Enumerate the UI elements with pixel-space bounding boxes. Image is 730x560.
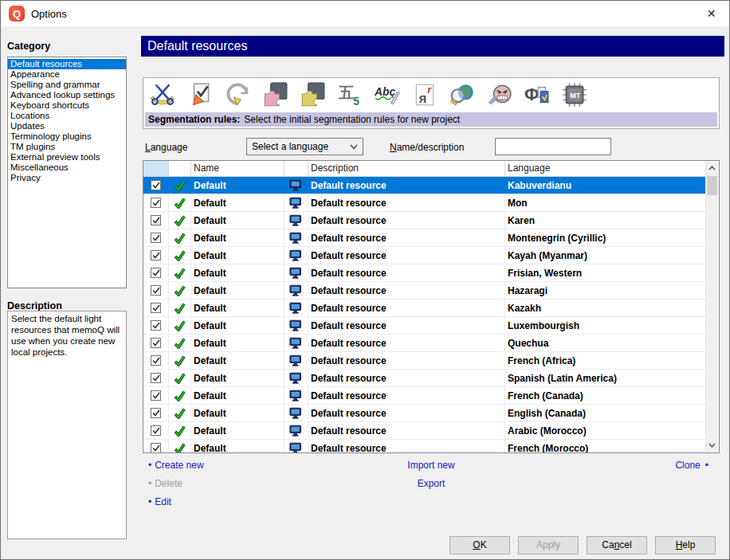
category-list[interactable]: Default resourcesAppearanceSpelling and … (7, 57, 127, 288)
table-row[interactable]: Default Default resource Spanish (Latin … (143, 370, 706, 387)
language-column-header[interactable]: Language (505, 161, 706, 176)
swearword-lists-icon[interactable] (484, 79, 516, 111)
table-row[interactable]: Default Default resource Quechua (143, 335, 706, 352)
row-checkbox[interactable] (143, 264, 169, 281)
table-row[interactable]: Default Default resource English (Canada… (143, 405, 706, 422)
table-row[interactable]: Default Default resource Hazaragi (143, 282, 706, 300)
table-row[interactable]: Default Default resource Frisian, Wester… (143, 264, 706, 282)
enabled-check-icon (169, 352, 191, 369)
category-item[interactable]: TM plugins (8, 142, 126, 152)
checkmark-icon (152, 322, 160, 329)
row-checkbox[interactable] (143, 282, 169, 299)
cancel-button[interactable]: Cancel (587, 536, 647, 554)
row-checkbox[interactable] (143, 229, 169, 246)
table-row[interactable]: Default Default resource French (Morocco… (143, 440, 706, 452)
table-row[interactable]: Default Default resource French (Africa) (143, 352, 706, 370)
row-checkbox[interactable] (143, 370, 169, 386)
category-item[interactable]: Terminology plugins (8, 131, 126, 142)
category-item[interactable]: Privacy (8, 173, 126, 183)
export-link[interactable]: Export (143, 478, 720, 489)
row-checkbox[interactable] (143, 212, 169, 229)
table-row[interactable]: Default Default resource French (Canada) (143, 387, 706, 405)
scroll-up-icon[interactable] (706, 162, 718, 174)
row-checkbox[interactable] (143, 335, 169, 351)
category-item[interactable]: Keyboard shortcuts (8, 100, 126, 111)
resource-name: Default (191, 282, 285, 299)
row-checkbox[interactable] (143, 177, 169, 194)
name-description-input[interactable] (495, 138, 611, 155)
row-checkbox[interactable] (143, 440, 169, 452)
checkbox-column-header[interactable] (143, 161, 169, 176)
web-search-settings-icon[interactable] (446, 79, 478, 111)
table-row[interactable]: Default Default resource Kazakh (143, 300, 706, 317)
table-row[interactable]: Default Default resource Montenegrin (Cy… (143, 229, 706, 247)
machine-translation-settings-icon[interactable]: MT (559, 79, 591, 111)
ignore-lists-icon[interactable]: Abç (371, 79, 403, 111)
export-path-rules-icon[interactable] (296, 79, 328, 111)
enabled-check-icon (169, 300, 191, 316)
local-resource-icon (285, 405, 308, 421)
category-item[interactable]: Default resources (8, 59, 126, 69)
scrollbar-thumb[interactable] (707, 176, 717, 195)
category-item[interactable]: Spelling and grammar (8, 80, 126, 90)
enabled-check-icon (169, 440, 191, 452)
description-box: Select the default light resources that … (7, 311, 127, 539)
checkmark-icon (152, 444, 160, 452)
enabled-check-icon (169, 229, 191, 246)
row-checkbox[interactable] (143, 194, 169, 211)
non-translatable-lists-icon[interactable]: Φ (521, 79, 553, 111)
table-row[interactable]: Default Default resource Kabuverdianu (143, 177, 706, 194)
segmentation-rules-icon[interactable] (147, 79, 179, 111)
row-checkbox[interactable] (143, 317, 169, 334)
category-item[interactable]: Appearance (8, 69, 126, 80)
autocorrect-icon[interactable] (222, 79, 253, 111)
table-row[interactable]: Default Default resource Luxembourgish (143, 317, 706, 335)
category-item[interactable]: Updates (8, 121, 126, 131)
table-row[interactable]: Default Default resource Karen (143, 212, 706, 229)
autotranslation-rules-icon[interactable]: яr (409, 79, 441, 111)
resource-description: Default resource (308, 229, 505, 246)
ok-button[interactable]: OK (449, 536, 510, 554)
table-header: Name Description Language (143, 161, 719, 177)
row-checkbox[interactable] (143, 387, 169, 404)
scroll-down-icon[interactable] (706, 439, 718, 452)
row-checkbox[interactable] (143, 300, 169, 316)
close-icon[interactable]: ✕ (693, 1, 729, 26)
category-item[interactable]: Miscellaneous (8, 163, 126, 173)
resource-name: Default (191, 264, 285, 281)
local-resource-icon (285, 212, 308, 229)
resource-description: Default resource (308, 282, 505, 299)
name-description-label: Name/description (390, 142, 464, 153)
name-column-header[interactable]: Name (191, 161, 285, 176)
clone-link[interactable]: Clone• (143, 460, 720, 471)
help-button[interactable]: Help (655, 536, 716, 554)
location-column-header[interactable] (285, 161, 308, 176)
category-item[interactable]: Locations (8, 111, 126, 121)
row-checkbox[interactable] (143, 352, 169, 369)
description-column-header[interactable]: Description (308, 161, 505, 176)
number-formats-icon[interactable]: 五5 (334, 79, 366, 111)
category-item[interactable]: External preview tools (8, 152, 126, 163)
status-column-header[interactable] (169, 161, 191, 176)
vertical-scrollbar[interactable] (705, 162, 718, 452)
table-row[interactable]: Default Default resource Mon (143, 194, 706, 212)
qa-settings-icon[interactable] (184, 79, 216, 111)
resource-name: Default (191, 247, 285, 264)
page-title: Default resources (141, 36, 724, 57)
local-resource-icon (285, 440, 308, 452)
resource-description: Default resource (308, 405, 505, 421)
language-dropdown[interactable]: Select a language (246, 138, 363, 155)
table-row[interactable]: Default Default resource Arabic (Morocco… (143, 422, 706, 440)
resource-name: Default (191, 370, 285, 386)
table-row[interactable]: Default Default resource Kayah (Myanmar) (143, 247, 706, 264)
checkmark-icon (152, 269, 160, 276)
edit-link[interactable]: •Edit (148, 496, 171, 507)
filter-configurations-icon[interactable] (259, 79, 291, 111)
row-checkbox[interactable] (143, 405, 169, 421)
resource-language: Karen (505, 212, 706, 229)
row-checkbox[interactable] (143, 422, 169, 439)
resource-language: French (Morocco) (505, 440, 706, 452)
row-checkbox[interactable] (143, 247, 169, 264)
category-item[interactable]: Advanced lookup settings (8, 90, 126, 100)
language-label: Language (145, 142, 187, 153)
